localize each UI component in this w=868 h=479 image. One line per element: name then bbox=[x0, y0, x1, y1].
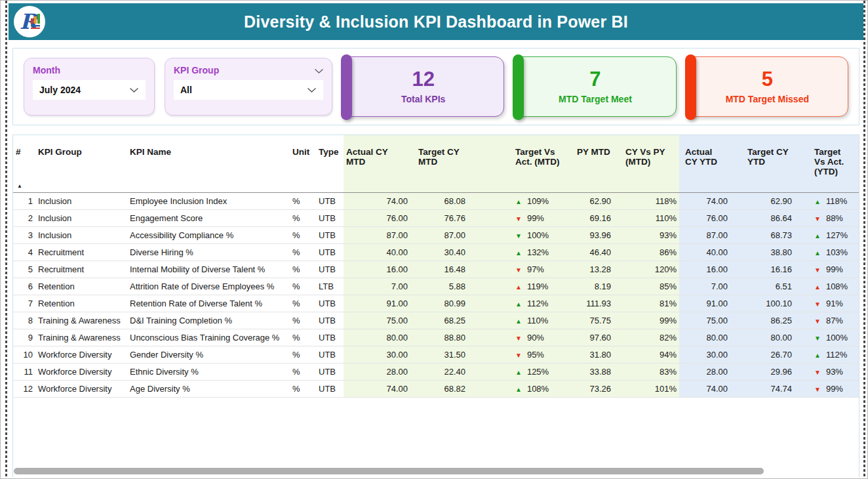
cell-tva_ytd: ▲103% bbox=[795, 243, 859, 260]
chevron-down-icon bbox=[307, 84, 317, 96]
total-kpis-card[interactable]: 12 Total KPIs bbox=[342, 56, 504, 117]
chevron-down-icon[interactable] bbox=[314, 65, 324, 77]
column-header-index[interactable]: # ▲ bbox=[13, 135, 35, 192]
table-row[interactable]: 6RetentionAttrition Rate of Diverse Empl… bbox=[13, 278, 859, 295]
cell-type: UTB bbox=[316, 346, 344, 363]
selection-border-right bbox=[863, 1, 865, 478]
cell-name: Unconscious Bias Training Coverage % bbox=[127, 329, 290, 346]
trend-percent: 119% bbox=[527, 281, 548, 291]
cell-target_mtd: 68.25 bbox=[410, 312, 468, 329]
mtd-target-meet-value: 7 bbox=[589, 69, 601, 91]
month-select[interactable]: July 2024 bbox=[33, 80, 146, 100]
cell-actual_mtd: 87.00 bbox=[344, 226, 410, 243]
cell-tva_mtd: ▲109% bbox=[468, 192, 565, 209]
total-kpis-value: 12 bbox=[412, 69, 434, 91]
cell-py_mtd: 93.96 bbox=[565, 226, 614, 243]
cell-py_mtd: 62.90 bbox=[565, 192, 614, 209]
table-row[interactable]: 1InclusionEmployee Inclusion Index%UTB74… bbox=[13, 192, 859, 209]
table-row[interactable]: 5RecruitmentInternal Mobility of Diverse… bbox=[13, 260, 859, 278]
total-kpis-label: Total KPIs bbox=[401, 94, 445, 104]
cell-tva_ytd: ▼99% bbox=[795, 380, 859, 397]
trend-up-icon: ▲ bbox=[814, 352, 821, 359]
column-header-kpi-name[interactable]: KPI Name bbox=[127, 135, 290, 192]
cell-actual_mtd: 74.00 bbox=[344, 380, 410, 397]
trend-up-icon: ▲ bbox=[515, 369, 522, 376]
trend-percent: 125% bbox=[527, 367, 549, 377]
cell-name: Accessibility Compliance % bbox=[127, 226, 290, 243]
table-row[interactable]: 7RetentionRetention Rate of Diverse Tale… bbox=[13, 295, 859, 312]
cell-target_ytd: 29.96 bbox=[730, 363, 795, 380]
column-header-py-mtd[interactable]: PY MTD bbox=[565, 135, 614, 192]
cell-unit: % bbox=[290, 260, 316, 278]
cell-target_mtd: 5.88 bbox=[410, 278, 468, 295]
cell-tva_mtd: ▲112% bbox=[468, 295, 565, 312]
cell-tva_mtd: ▼90% bbox=[468, 329, 565, 346]
trend-up-icon: ▲ bbox=[814, 198, 821, 205]
trend-percent: 108% bbox=[826, 281, 848, 291]
cell-tva_mtd: ▼95% bbox=[468, 346, 565, 363]
column-header-target-cy-ytd[interactable]: Target CY YTD bbox=[730, 135, 795, 192]
trend-percent: 103% bbox=[826, 247, 848, 257]
mtd-target-meet-card[interactable]: 7 MTD Target Meet bbox=[514, 56, 676, 117]
cell-group: Workforce Diversity bbox=[35, 346, 127, 363]
card-accent-strip bbox=[513, 54, 524, 120]
cell-n: 4 bbox=[13, 243, 35, 260]
cell-target_mtd: 30.40 bbox=[410, 243, 468, 260]
column-header-target-vs-act-mtd[interactable]: Target Vs Act. (MTD) bbox=[468, 135, 565, 192]
cell-name: Employee Inclusion Index bbox=[127, 192, 290, 209]
cell-type: UTB bbox=[316, 329, 344, 346]
cell-target_ytd: 6.51 bbox=[730, 278, 795, 295]
card-accent-strip bbox=[341, 54, 352, 120]
cell-type: UTB bbox=[316, 243, 344, 260]
table-row[interactable]: 9Training & AwarenessUnconscious Bias Tr… bbox=[13, 329, 859, 346]
column-header-target-cy-mtd[interactable]: Target CY MTD bbox=[410, 135, 468, 192]
cell-py_mtd: 69.16 bbox=[565, 209, 614, 226]
cell-name: Gender Diversity % bbox=[127, 346, 290, 363]
trend-percent: 110% bbox=[527, 316, 548, 325]
logo-icon: R bbox=[14, 6, 45, 37]
table-row[interactable]: 12Workforce DiversityAge Diversity %%UTB… bbox=[13, 380, 859, 397]
column-header-kpi-group[interactable]: KPI Group bbox=[35, 135, 127, 192]
cell-actual_ytd: 74.00 bbox=[679, 192, 730, 209]
cell-n: 6 bbox=[13, 278, 35, 295]
cell-unit: % bbox=[290, 209, 316, 226]
month-select-value: July 2024 bbox=[39, 85, 81, 95]
kpi-group-slicer: KPI Group All bbox=[165, 58, 332, 115]
cell-cy_vs_py: 110% bbox=[614, 209, 679, 226]
horizontal-scrollbar-thumb[interactable] bbox=[14, 468, 764, 474]
column-header-actual-cy-mtd[interactable]: Actual CY MTD bbox=[344, 135, 410, 192]
trend-percent: 118% bbox=[826, 196, 847, 206]
chevron-down-icon bbox=[129, 84, 139, 96]
table-row[interactable]: 11Workforce DiversityEthnic Diversity %%… bbox=[13, 363, 859, 380]
trend-percent: 108% bbox=[527, 384, 549, 394]
table-row[interactable]: 4RecruitmentDiverse Hiring %%UTB40.0030.… bbox=[13, 243, 859, 260]
cell-actual_mtd: 74.00 bbox=[344, 192, 410, 209]
cell-actual_ytd: 91.00 bbox=[679, 295, 730, 312]
cell-cy_vs_py: 81% bbox=[614, 295, 679, 312]
column-header-type[interactable]: Type bbox=[316, 135, 344, 192]
column-header-cy-vs-py-mtd[interactable]: CY Vs PY (MTD) bbox=[614, 135, 679, 192]
table-row[interactable]: 3InclusionAccessibility Compliance %%UTB… bbox=[13, 226, 859, 243]
column-header-actual-cy-ytd[interactable]: Actual CY YTD bbox=[679, 135, 730, 192]
trend-percent: 127% bbox=[826, 230, 848, 240]
mtd-target-missed-card[interactable]: 5 MTD Target Missed bbox=[686, 56, 848, 117]
cell-cy_vs_py: 85% bbox=[614, 278, 679, 295]
trend-up-icon: ▲ bbox=[515, 249, 522, 257]
kpi-group-select[interactable]: All bbox=[174, 80, 323, 100]
cell-target_mtd: 80.99 bbox=[410, 295, 468, 312]
column-header-unit[interactable]: Unit bbox=[290, 135, 316, 192]
cell-tva_ytd: ▼99% bbox=[795, 260, 859, 278]
table-row[interactable]: 8Training & AwarenessD&I Training Comple… bbox=[13, 312, 859, 329]
table-row[interactable]: 2InclusionEngagement Score%UTB76.0076.76… bbox=[13, 209, 859, 226]
cell-name: Engagement Score bbox=[127, 209, 290, 226]
cell-tva_ytd: ▲127% bbox=[795, 226, 859, 243]
cell-unit: % bbox=[290, 243, 316, 260]
cell-actual_ytd: 80.00 bbox=[679, 329, 730, 346]
cell-actual_ytd: 28.00 bbox=[679, 363, 730, 380]
cell-py_mtd: 46.40 bbox=[565, 243, 614, 260]
cell-cy_vs_py: 99% bbox=[614, 312, 679, 329]
column-header-target-vs-act-ytd[interactable]: Target Vs Act. (YTD) bbox=[795, 135, 859, 192]
table-row[interactable]: 10Workforce DiversityGender Diversity %%… bbox=[13, 346, 859, 363]
cell-target_mtd: 87.00 bbox=[410, 226, 468, 243]
trend-percent: 99% bbox=[527, 213, 544, 223]
